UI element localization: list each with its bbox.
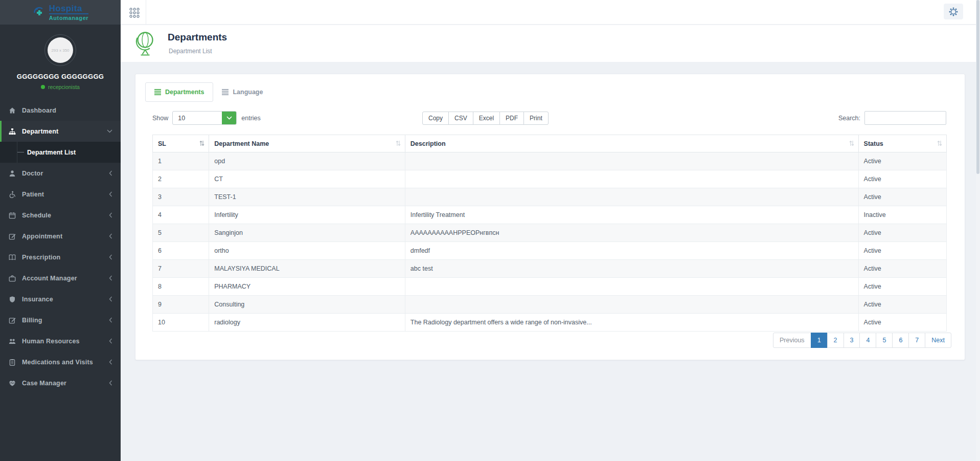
pagination-page-6[interactable]: 6 bbox=[892, 333, 909, 348]
pagination-page-7[interactable]: 7 bbox=[908, 333, 925, 348]
sidebar-item-department[interactable]: Department bbox=[0, 121, 121, 142]
department-list-card: Departments Language Show 10 entries bbox=[135, 74, 965, 360]
search-input[interactable] bbox=[864, 111, 946, 125]
tree-line bbox=[17, 152, 24, 152]
sidebar-item-human-resources[interactable]: Human Resources bbox=[0, 331, 121, 352]
pagination-page-4[interactable]: 4 bbox=[859, 333, 876, 348]
sort-icon bbox=[849, 140, 854, 146]
topbar-divider bbox=[146, 0, 146, 24]
cell-description: abc test bbox=[405, 260, 858, 278]
pen-square-icon bbox=[8, 317, 16, 324]
cell-status: Active bbox=[858, 278, 946, 296]
sidebar-item-appointment[interactable]: Appointment bbox=[0, 226, 121, 247]
cell-description: The Radiology department offers a wide r… bbox=[405, 314, 858, 332]
print-button[interactable]: Print bbox=[523, 112, 549, 125]
chevron-left-icon bbox=[109, 212, 112, 218]
user-role-label: recepcionista bbox=[48, 84, 80, 90]
grid-menu-icon[interactable] bbox=[127, 7, 142, 19]
tab-departments[interactable]: Departments bbox=[145, 82, 213, 102]
cell-sl: 10 bbox=[153, 314, 209, 332]
page-scrollbar[interactable] bbox=[976, 0, 980, 461]
sidebar-item-billing[interactable]: Billing bbox=[0, 310, 121, 331]
table-row: 7MALAYSIYA MEDICALabc testActive bbox=[153, 260, 947, 278]
sidebar-item-dashboard[interactable]: Dashboard bbox=[0, 100, 121, 121]
table-row: 3TEST-1Active bbox=[153, 188, 947, 206]
column-header-status[interactable]: Status bbox=[858, 135, 946, 152]
table-row: 2CTActive bbox=[153, 170, 947, 188]
sidebar-item-patient[interactable]: Patient bbox=[0, 184, 121, 205]
pagination-page-5[interactable]: 5 bbox=[876, 333, 893, 348]
cell-description: dmfedf bbox=[405, 242, 858, 260]
brand-subtitle: Automanager bbox=[49, 15, 89, 21]
gear-icon[interactable] bbox=[944, 4, 963, 19]
cell-name: Consulting bbox=[209, 296, 405, 314]
department-submenu: Department List bbox=[0, 142, 121, 163]
column-label: Status bbox=[864, 140, 883, 147]
users-icon bbox=[8, 338, 16, 345]
sidebar-item-label: Insurance bbox=[22, 296, 109, 303]
sidebar-item-schedule[interactable]: Schedule bbox=[0, 205, 121, 226]
sidebar-item-case-manager[interactable]: Case Manager bbox=[0, 372, 121, 393]
sidebar-item-label: Patient bbox=[22, 191, 109, 198]
pdf-button[interactable]: PDF bbox=[499, 112, 524, 125]
sidebar-item-medications-and-visits[interactable]: Medications and Visits bbox=[0, 352, 121, 372]
sidebar-item-department-list[interactable]: Department List bbox=[0, 142, 121, 163]
status-dot-icon bbox=[41, 85, 45, 89]
pagination-next[interactable]: Next bbox=[925, 333, 951, 348]
table-row: 8PHARMACYActive bbox=[153, 278, 947, 296]
cell-description bbox=[405, 170, 858, 188]
page-length-value: 10 bbox=[173, 112, 222, 124]
page-length-select[interactable]: 10 bbox=[172, 111, 237, 125]
tab-language[interactable]: Language bbox=[213, 83, 271, 101]
search-control: Search: bbox=[838, 111, 946, 125]
pagination-page-1[interactable]: 1 bbox=[811, 333, 828, 348]
cell-name: ortho bbox=[209, 242, 405, 260]
home-icon bbox=[8, 107, 16, 114]
cell-name: CT bbox=[209, 170, 405, 188]
sidebar-item-insurance[interactable]: Insurance bbox=[0, 289, 121, 310]
sidebar-item-doctor[interactable]: Doctor bbox=[0, 163, 121, 184]
table-row: 9ConsultingActive bbox=[153, 296, 947, 314]
column-header-description[interactable]: Description bbox=[405, 135, 858, 152]
sidebar-item-label: Medications and Visits bbox=[22, 359, 109, 366]
sidebar-item-prescription[interactable]: Prescription bbox=[0, 247, 121, 268]
table-header-row: SL Department Name Description Status bbox=[153, 135, 947, 152]
sort-icon bbox=[396, 140, 401, 146]
cell-name: radiology bbox=[209, 314, 405, 332]
cell-sl: 5 bbox=[153, 224, 209, 242]
cell-name: PHARMACY bbox=[209, 278, 405, 296]
column-header-sl[interactable]: SL bbox=[153, 135, 209, 152]
scrollbar-thumb[interactable] bbox=[976, 0, 979, 174]
heart-pulse-icon bbox=[8, 380, 16, 387]
pagination-page-2[interactable]: 2 bbox=[827, 333, 844, 348]
table-row: 4InfertilityInfertility TreatmentInactiv… bbox=[153, 206, 947, 224]
pagination-previous[interactable]: Previous bbox=[773, 333, 811, 348]
csv-button[interactable]: CSV bbox=[448, 112, 473, 125]
edit-icon bbox=[8, 233, 16, 240]
sidebar-item-label: Prescription bbox=[22, 254, 109, 261]
page-length-control: Show 10 entries bbox=[152, 111, 261, 125]
pagination-page-3[interactable]: 3 bbox=[844, 333, 860, 348]
brand[interactable]: Hospita Automanager bbox=[0, 0, 121, 25]
tab-label: Departments bbox=[165, 89, 204, 96]
doctor-icon bbox=[8, 170, 16, 177]
user-panel: 293 x 350 GGGGGGGG GGGGGGGG recepcionist… bbox=[0, 34, 121, 90]
sort-icon bbox=[937, 140, 942, 146]
cell-status: Active bbox=[858, 296, 946, 314]
topbar bbox=[121, 0, 980, 25]
chevron-left-icon bbox=[109, 275, 112, 281]
column-header-department-name[interactable]: Department Name bbox=[209, 135, 405, 152]
copy-button[interactable]: Copy bbox=[422, 112, 449, 125]
calendar-icon bbox=[8, 212, 16, 219]
chevron-left-icon bbox=[109, 359, 112, 365]
column-label: Description bbox=[411, 140, 446, 147]
cell-status: Active bbox=[858, 242, 946, 260]
globe-icon bbox=[134, 30, 156, 57]
column-label: Department Name bbox=[214, 140, 269, 147]
book-icon bbox=[8, 254, 16, 261]
show-label: Show bbox=[152, 115, 168, 122]
excel-button[interactable]: Excel bbox=[473, 112, 500, 125]
cell-name: Sanginjon bbox=[209, 224, 405, 242]
shield-icon bbox=[8, 296, 16, 303]
sidebar-item-account-manager[interactable]: Account Manager bbox=[0, 268, 121, 289]
